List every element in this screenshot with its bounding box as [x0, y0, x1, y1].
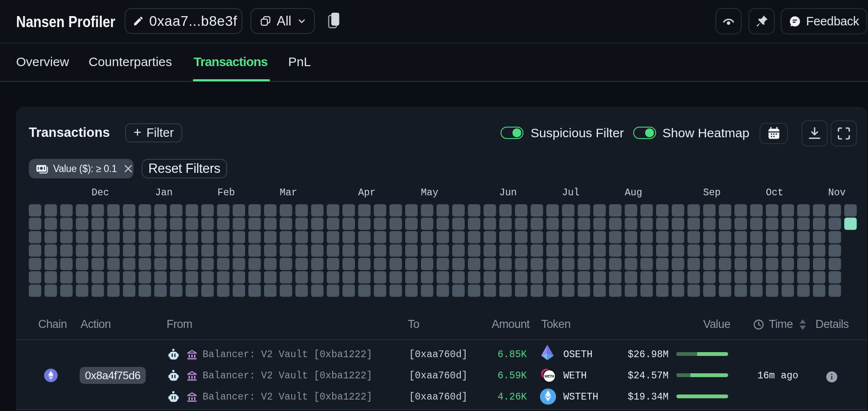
svg-text:WETH: WETH	[545, 375, 554, 378]
